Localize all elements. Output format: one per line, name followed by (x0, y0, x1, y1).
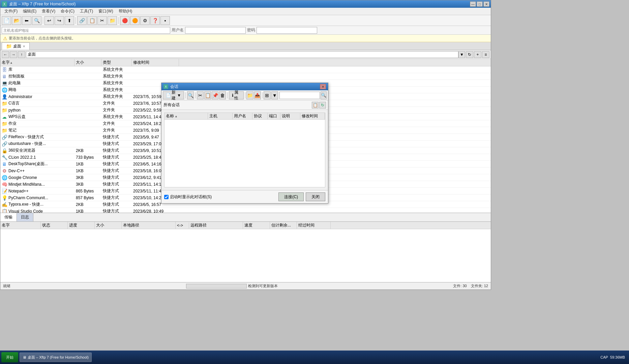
new-folder-button[interactable]: + (474, 51, 481, 58)
modal-col-proto[interactable]: 协议 (252, 113, 268, 119)
toolbar-settings[interactable]: ⚙ (140, 16, 150, 25)
app-icon: ✍ (2, 202, 7, 207)
modal-col-user[interactable]: 用户名 (233, 113, 252, 119)
status-ready: 就绪 (3, 283, 10, 289)
modal-delete-button[interactable]: 🗑 (219, 91, 226, 99)
menu-view[interactable]: 查看(V) (39, 8, 58, 15)
path-text: 桌面 (28, 52, 36, 57)
modal-upload-button[interactable]: 📤 (254, 91, 261, 99)
toolbar-btn7[interactable]: ⬆ (65, 16, 74, 25)
modal-table-container: 名称 ▲ 主机 用户名 协议 端口 说明 修改时间 (161, 110, 328, 190)
modal-copy-button[interactable]: 📋 (204, 91, 211, 99)
menu-file[interactable]: 文件(F) (2, 8, 20, 15)
username-input[interactable] (185, 27, 246, 34)
transfer-col-progress: 进度 (68, 222, 95, 229)
toolbar-open[interactable]: 📂 (12, 16, 21, 25)
col-header-date[interactable]: 修改时间 (132, 59, 179, 66)
modal-paste-button[interactable]: 📌 (212, 91, 218, 99)
modal-search-button[interactable]: 🔍 (187, 91, 194, 99)
menu-edit[interactable]: 编辑(E) (20, 8, 39, 15)
modal-folder-button[interactable]: 📁 (246, 91, 253, 99)
toolbar-btn4[interactable]: 🔍 (32, 16, 41, 25)
menu-tools[interactable]: 工具(T) (77, 8, 96, 15)
list-item[interactable]: 🗄库 系统文件夹 (0, 66, 491, 73)
toolbar-btn3[interactable]: ⬅ (22, 16, 31, 25)
modal-path-refresh[interactable]: ↻ (319, 102, 326, 109)
log-tab[interactable]: 日志 (17, 213, 33, 221)
progress-bar-container (186, 284, 247, 289)
col-header-name[interactable]: 名字 ▲ (0, 59, 74, 66)
modal-view-btn2[interactable]: ▼ (271, 91, 278, 99)
modal-col-date[interactable]: 修改时间 (300, 113, 325, 119)
toolbar-btn-red[interactable]: 🔴 (120, 16, 129, 25)
modal-search-input[interactable] (279, 92, 320, 99)
list-item[interactable]: 📋Visual Studio Code 1KB 快捷方式 2023/6/28, … (0, 208, 491, 213)
modal-col-desc[interactable]: 说明 (280, 113, 300, 119)
folder-icon: 💻 (2, 81, 7, 86)
menu-help[interactable]: 帮助(H) (116, 8, 135, 15)
transfer-col-local: 本地路径 (122, 222, 176, 229)
view-button[interactable]: ≡ (482, 51, 489, 58)
password-input[interactable] (257, 27, 317, 34)
list-item[interactable]: 🖥控制面板 系统文件夹 (0, 73, 491, 80)
connect-button[interactable]: 连接(C) (278, 192, 304, 201)
transfer-col-remote: 远程路径 (189, 222, 243, 229)
refresh-button[interactable]: ↻ (466, 51, 473, 58)
taskbar-xftp[interactable]: 🖥 桌面 – Xftp 7 (Free for Home/School) (20, 353, 92, 362)
modal-cut-button[interactable]: ✂ (197, 91, 204, 99)
folder-icon: 📁 (2, 121, 7, 126)
shortcut-icon: 🔗 (2, 134, 7, 140)
modal-col-name[interactable]: 名称 ▲ (164, 113, 208, 119)
up-button[interactable]: ↑ (18, 51, 25, 58)
transfer-col-speed: 速度 (243, 222, 270, 229)
props-icon: ℹ (232, 93, 234, 98)
path-dropdown-button[interactable]: ▼ (458, 51, 465, 58)
toolbar-new-session[interactable]: 📄 (2, 16, 11, 25)
transfer-tab[interactable]: 传输 (0, 213, 17, 221)
modal-close-button[interactable]: ✕ (320, 84, 326, 89)
modal-new-button[interactable]: 📄 新建 ▼ (163, 91, 184, 99)
toolbar-btn-orange[interactable]: 🟠 (130, 16, 140, 25)
desktop-tab[interactable]: 📁 桌面 ✕ (2, 42, 30, 50)
toolbar-btn11[interactable]: 📁 (108, 16, 117, 25)
modal-path-copy[interactable]: 📋 (312, 102, 319, 109)
sort-arrow: ▲ (175, 115, 178, 118)
back-button[interactable]: ← (2, 51, 9, 58)
start-button[interactable]: 开始 (1, 352, 18, 362)
toolbar-help[interactable]: ❓ (150, 16, 160, 25)
toolbar-btn10[interactable]: ✂ (97, 16, 107, 25)
modal-col-port[interactable]: 端口 (268, 113, 280, 119)
toolbar-separator-1 (43, 17, 43, 24)
toolbar-btn8[interactable]: 🔗 (77, 16, 87, 25)
close-button[interactable]: ✕ (483, 1, 489, 7)
taskbar-item-label: 桌面 – Xftp 7 (Free for Home/School) (28, 355, 89, 360)
startup-show-checkbox[interactable] (164, 195, 169, 199)
toolbar-btn9[interactable]: 📋 (87, 16, 97, 25)
modal-close-footer-button[interactable]: 关闭 (306, 192, 325, 201)
modal-table: 名称 ▲ 主机 用户名 协议 端口 说明 修改时间 (164, 113, 325, 187)
modal-toolbar-sep-5 (262, 92, 263, 98)
info-icon: ⚠ (3, 36, 7, 41)
modal-view-btn[interactable]: ⊞ (264, 91, 270, 99)
modal-toolbar-sep-2 (195, 92, 196, 98)
main-toolbar: 📄 📂 ⬅ 🔍 ↩ ↪ ⬆ 🔗 📋 ✂ 📁 🔴 🟠 ⚙ ❓ ▪ (0, 15, 491, 26)
col-header-size[interactable]: 大小 (74, 59, 101, 66)
menu-window[interactable]: 窗口(W) (96, 8, 116, 15)
toolbar-btn5[interactable]: ↩ (44, 16, 54, 25)
minimize-button[interactable]: — (470, 1, 476, 7)
maximize-button[interactable]: □ (477, 1, 483, 7)
col-header-type[interactable]: 类型 (101, 59, 132, 66)
host-input[interactable] (2, 27, 170, 34)
modal-properties-button[interactable]: ℹ 属性 (229, 91, 243, 99)
app-icon: 🖥 (2, 161, 7, 167)
startup-show-label: 启动时显示此对话框(S) (170, 194, 212, 200)
toolbar-btn6[interactable]: ↪ (55, 16, 64, 25)
menu-command[interactable]: 命令(C) (58, 8, 77, 15)
modal-col-host[interactable]: 主机 (208, 113, 233, 119)
forward-button[interactable]: → (10, 51, 17, 58)
toolbar-btn-gray[interactable]: ▪ (160, 16, 170, 25)
tab-close-button[interactable]: ✕ (23, 44, 25, 48)
pass-label: 密码 (247, 27, 255, 33)
modal-search-icon-button[interactable]: 🔍 (321, 91, 327, 99)
folder-icon: 👤 (2, 94, 7, 99)
